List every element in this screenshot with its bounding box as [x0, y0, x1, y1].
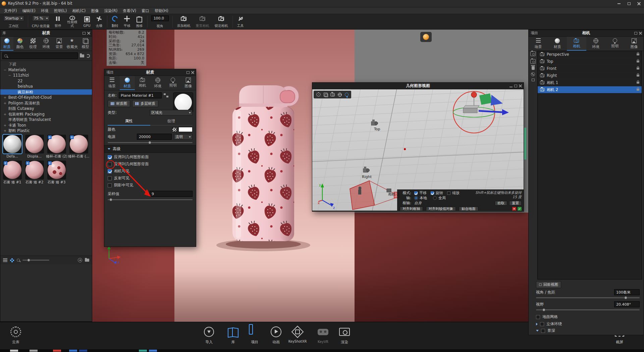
material-option-checkbox[interactable]: 应用到几何图形前面 — [108, 153, 193, 161]
library-tree-item[interactable]: 卡通 Toon — [0, 123, 92, 128]
mode-checkbox[interactable]: 平移 — [414, 191, 427, 195]
snap-ground-button[interactable]: 贴合地面 — [459, 207, 478, 211]
menu-item[interactable]: 窗口 — [139, 7, 152, 14]
library-tree-item[interactable]: Materials — [0, 67, 92, 73]
material-name-input[interactable] — [119, 92, 162, 98]
project-tab[interactable]: 相机 — [135, 76, 150, 90]
library-tree-item[interactable]: 下载 — [0, 61, 92, 67]
search-box[interactable] — [2, 52, 78, 59]
grid-view-icon[interactable] — [10, 258, 14, 262]
lock-icon[interactable] — [637, 60, 639, 62]
stereo-section[interactable]: 立体环绕 — [536, 320, 640, 327]
cancel-icon[interactable]: ✕ — [512, 207, 516, 211]
pan-button[interactable]: 平移 — [122, 15, 132, 28]
camera-list-item[interactable]: Right — [538, 72, 642, 79]
library-tree-item[interactable]: 包装材料 Packaging — [0, 112, 92, 117]
taskbar-app[interactable] — [149, 350, 157, 352]
collapse-arrow-icon[interactable] — [536, 330, 539, 332]
expand-arrow-icon[interactable] — [536, 323, 538, 325]
person-icon[interactable] — [345, 93, 348, 96]
close-panel-icon[interactable] — [87, 32, 90, 35]
globe-icon[interactable] — [338, 93, 342, 97]
cpu-usage-dropdown[interactable]: 75 % — [32, 15, 50, 21]
menu-item[interactable]: 图像 — [88, 7, 101, 14]
align-lower-button[interactable]: 对齐到较低对象 — [426, 207, 456, 211]
add-folder-icon[interactable] — [80, 54, 84, 57]
minimize-button[interactable] — [614, 0, 624, 7]
denoise-button[interactable]: 去噪 — [94, 15, 105, 28]
library-tab[interactable]: 材质 — [0, 37, 13, 51]
flip-button[interactable]: 翻转 — [110, 15, 120, 28]
add-camera-icon[interactable] — [530, 51, 536, 56]
reset-camera-icon[interactable] — [531, 72, 535, 76]
material-graph-icon[interactable] — [164, 93, 168, 97]
library-tree-item[interactable]: 塑料 Plastic — [0, 128, 92, 133]
lock-icon[interactable] — [637, 68, 639, 70]
list-view-icon[interactable] — [3, 258, 7, 262]
camera-list-item[interactable]: Top — [538, 58, 642, 65]
power-unit-dropdown[interactable]: 流明 — [174, 134, 193, 140]
taskbar-app[interactable] — [30, 350, 38, 352]
tools-button[interactable]: 工具 — [235, 15, 246, 28]
focal-length-slider[interactable] — [536, 297, 640, 298]
material-thumbnail[interactable]: 石膏 矮 #3 — [46, 161, 67, 185]
menu-item[interactable]: 相机(C) — [69, 7, 88, 14]
float-panel-icon[interactable] — [634, 32, 637, 35]
keyvr-button[interactable]: KeyVR — [311, 326, 335, 344]
library-tree-item[interactable]: 111zhizi — [0, 73, 92, 78]
multi-material-button[interactable]: 多层材质 — [132, 100, 158, 107]
add-camera-button[interactable]: 添加相机 — [175, 15, 193, 28]
project-dock-button[interactable]: 项目 — [242, 326, 267, 345]
material-thumbnail[interactable]: Displa... — [24, 135, 45, 158]
close-button[interactable] — [634, 0, 644, 7]
material-panel-header[interactable]: 项目 材质 — [104, 69, 196, 76]
gear-icon[interactable] — [316, 92, 321, 97]
color-swatch[interactable] — [178, 127, 193, 132]
cube-icon[interactable] — [324, 93, 327, 96]
material-type-dropdown[interactable]: 区域光 — [150, 110, 193, 116]
project-tab[interactable]: 材质 — [120, 76, 135, 90]
thumbnail-size-slider[interactable] — [22, 260, 49, 261]
close-panel-icon[interactable] — [191, 71, 194, 74]
geometry-viewport[interactable]: Top Right 相机 2 y — [312, 89, 524, 211]
lock-icon[interactable] — [637, 89, 639, 91]
project-tab[interactable]: 照明 — [605, 37, 625, 51]
maximize-panel-icon[interactable] — [514, 85, 517, 87]
material-subtab[interactable]: 纹理 — [150, 117, 193, 126]
maximize-button[interactable] — [624, 0, 634, 7]
project-tab[interactable]: 材质 — [548, 37, 567, 51]
library-tree-item[interactable]: beishua — [0, 84, 92, 89]
camera-icon[interactable] — [330, 93, 335, 96]
library-tree-item[interactable]: Best-Of-Keyshot-Cloud — [0, 95, 92, 100]
library-tree-item[interactable]: 半透明材质 Translucent — [0, 117, 92, 123]
folder-icon[interactable] — [85, 259, 89, 262]
scrollbar-thumb[interactable] — [524, 128, 526, 160]
fov-input[interactable] — [614, 301, 640, 307]
lock-camera-button[interactable]: 锁定相机 — [213, 15, 230, 28]
minimize-panel-icon[interactable] — [509, 85, 513, 87]
taskbar-app[interactable] — [139, 350, 147, 352]
reset-button[interactable]: 重置 — [509, 201, 522, 206]
align-pivot-button[interactable]: 对齐到枢轴 — [400, 207, 423, 211]
taskbar-app[interactable] — [69, 350, 77, 352]
library-tab[interactable]: 颜色 — [13, 37, 26, 51]
advanced-section-header[interactable]: 高级 — [104, 145, 196, 153]
close-panel-icon[interactable] — [519, 84, 522, 87]
menu-item[interactable]: 照明(L) — [51, 7, 69, 14]
material-option-checkbox[interactable]: 相机可见 — [108, 168, 193, 175]
material-graph-button[interactable]: 材质图 — [108, 100, 130, 107]
menu-item[interactable]: 环境 — [38, 7, 51, 14]
dolly-button[interactable]: 推移 — [134, 15, 145, 28]
material-thumbnail[interactable]: 石膏 矮 #1 — [2, 161, 23, 185]
menu-item[interactable]: 帮助(H) — [152, 7, 171, 14]
float-panel-icon[interactable] — [186, 71, 190, 74]
material-option-checkbox[interactable]: 阴影中可见 — [108, 182, 193, 189]
menu-item[interactable]: 查看(V) — [120, 7, 139, 14]
camera-list-item[interactable]: 相机 2 — [538, 86, 642, 93]
mode-checkbox[interactable]: 旋转 — [431, 191, 443, 195]
material-thumbnail[interactable]: Defa... — [2, 135, 23, 158]
project-tab[interactable]: 图像 — [181, 76, 196, 90]
menu-item[interactable]: 渲染(R) — [101, 7, 120, 14]
float-panel-icon[interactable] — [83, 32, 86, 35]
menu-item[interactable]: 文件(F) — [1, 7, 20, 14]
